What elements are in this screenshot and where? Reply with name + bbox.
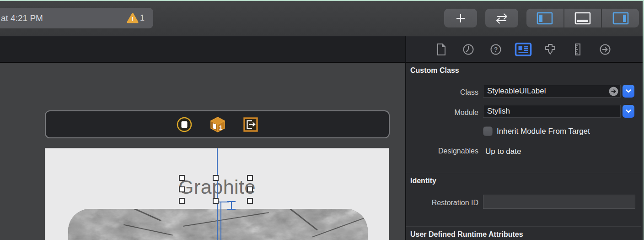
identity-header: Identity [410, 177, 436, 185]
identity-inspector-icon [515, 42, 532, 57]
chevron-down-icon [626, 109, 631, 113]
panel-toggle-group [526, 9, 639, 27]
swap-arrows-icon [494, 13, 510, 24]
warning-icon[interactable]: ! [127, 13, 139, 23]
panel-right-icon [612, 12, 629, 25]
attributes-inspector-icon [544, 44, 557, 55]
inherit-module-label: Inherit Module From Target [497, 127, 590, 136]
spacing-constraint-guide [220, 202, 221, 240]
selection-handle[interactable] [179, 198, 185, 204]
exit-icon[interactable] [243, 117, 258, 132]
editor-mode-button[interactable] [485, 9, 518, 27]
selection-handle[interactable] [179, 175, 185, 181]
quick-help-inspector-icon: ? [490, 44, 502, 55]
tab-connections-inspector[interactable] [595, 42, 615, 57]
class-label: Class [406, 88, 478, 97]
panel-bottom-icon [574, 12, 591, 25]
tab-size-inspector[interactable] [568, 42, 588, 57]
activity-viewer[interactable]: at 4:21 PM ! 1 [0, 8, 153, 28]
selection-handle[interactable] [179, 186, 185, 192]
selection-handle[interactable] [213, 175, 219, 181]
section-divider [406, 226, 641, 227]
chevron-down-icon [626, 89, 631, 93]
tab-quick-help-inspector[interactable]: ? [486, 42, 506, 57]
selection-handle[interactable] [213, 198, 219, 204]
center-constraint-guide [217, 148, 218, 240]
size-inspector-icon [573, 43, 582, 56]
device-view[interactable]: Graphite [45, 148, 389, 240]
scrollbar-track[interactable] [641, 63, 641, 240]
jump-bar: ...roller View StyleableUI View L Theme … [0, 36, 405, 63]
module-label: Module [406, 109, 478, 117]
class-field[interactable]: StyleableUILabel [483, 85, 621, 98]
constraint-ibeam-stem [231, 201, 232, 210]
toggle-bottom-panel-button[interactable] [564, 9, 601, 27]
selection-handle[interactable] [247, 186, 253, 192]
svg-text:1: 1 [219, 124, 222, 131]
file-inspector-icon [436, 43, 447, 56]
build-status-text: at 4:21 PM [1, 13, 43, 23]
texture-noise [68, 209, 368, 240]
plus-icon [455, 12, 467, 24]
section-divider [406, 173, 641, 173]
jump-to-class-icon[interactable] [609, 87, 618, 96]
panel-left-icon [537, 12, 553, 25]
scene-dock: 1 [45, 110, 390, 138]
svg-text:?: ? [494, 46, 498, 53]
history-inspector-icon [462, 44, 474, 55]
window-frame-edge [0, 0, 644, 1]
svg-text:!: ! [132, 16, 134, 22]
library-add-button[interactable] [444, 9, 477, 27]
tab-attributes-inspector[interactable] [540, 42, 560, 57]
selection-handle[interactable] [247, 198, 253, 204]
tab-file-inspector[interactable] [431, 42, 451, 57]
custom-class-header: Custom Class [410, 66, 459, 75]
designables-value: Up to date [485, 147, 521, 156]
toggle-left-panel-button[interactable] [526, 9, 564, 27]
toolbar: at 4:21 PM ! 1 [0, 0, 644, 36]
view-controller-icon[interactable] [177, 117, 192, 132]
runtime-attributes-header: User Defined Runtime Attributes [410, 230, 523, 239]
restoration-id-label: Restoration ID [406, 199, 478, 207]
selection-handle[interactable] [247, 175, 253, 181]
inspector-tab-bar: ? [405, 36, 644, 63]
tab-identity-inspector[interactable] [513, 42, 533, 57]
inherit-module-checkbox[interactable] [483, 126, 493, 136]
restoration-id-field[interactable] [483, 195, 635, 209]
class-value: StyleableUILabel [487, 87, 546, 95]
warning-count: 1 [140, 13, 145, 23]
class-dropdown-button[interactable] [623, 85, 634, 98]
module-dropdown-button[interactable] [623, 105, 634, 118]
identity-inspector-panel: Custom Class Class StyleableUILabel Modu… [405, 63, 644, 240]
designables-label: Designables [406, 147, 478, 155]
module-field[interactable]: Stylish [483, 105, 621, 118]
first-responder-icon[interactable]: 1 [210, 116, 225, 133]
xcode-window: at 4:21 PM ! 1 [0, 0, 644, 240]
toggle-right-panel-button[interactable] [601, 9, 639, 27]
connections-inspector-icon [599, 44, 611, 55]
graphite-texture-image[interactable] [68, 209, 368, 240]
module-value: Stylish [487, 107, 510, 115]
tab-history-inspector[interactable] [458, 42, 478, 57]
storyboard-canvas[interactable]: 1 Graphite [0, 63, 405, 240]
